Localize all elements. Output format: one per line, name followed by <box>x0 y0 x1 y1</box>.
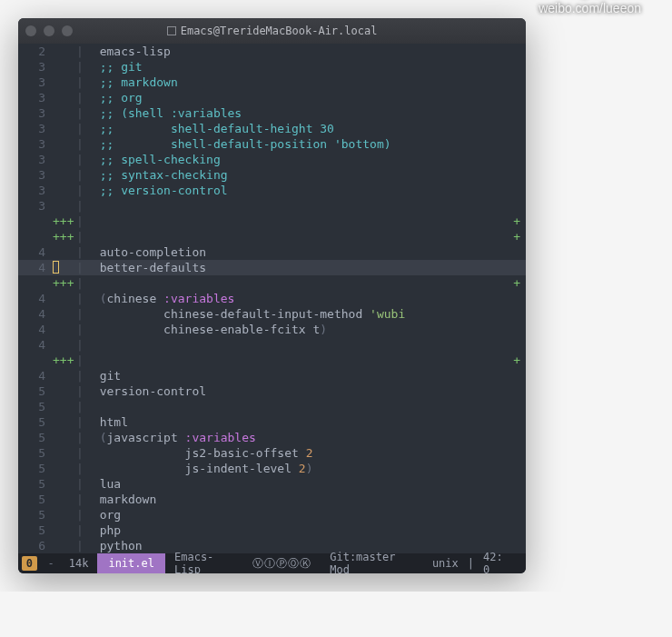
minimize-button[interactable] <box>44 25 54 36</box>
major-mode[interactable]: Emacs-Lisp <box>165 553 243 573</box>
code-line[interactable]: 3| ;; version-control <box>18 183 526 198</box>
code-line[interactable]: 3| ;; spell-checking <box>18 152 526 167</box>
line-number <box>18 275 51 291</box>
code-line[interactable]: 5| js-indent-level 2) <box>18 461 526 476</box>
code-content[interactable] <box>85 399 526 414</box>
code-line[interactable]: 3| ;; (shell :variables <box>18 105 526 121</box>
code-line[interactable]: 5| markdown <box>18 492 526 507</box>
code-line[interactable]: 5| lua <box>18 476 526 492</box>
code-content[interactable]: ;; git <box>85 59 526 75</box>
code-content[interactable]: php <box>85 523 526 538</box>
diff-gutter <box>51 445 76 461</box>
token: javascript <box>106 431 184 444</box>
code-line[interactable]: 4| auto-completion <box>18 244 526 260</box>
code-line[interactable]: 3| ;; shell-default-position 'bottom) <box>18 136 526 152</box>
token: chinese-default-input-method <box>100 307 370 321</box>
line-number: 4 <box>18 260 51 275</box>
gutter-separator: | <box>76 121 85 136</box>
code-content[interactable] <box>85 198 526 214</box>
code-content[interactable]: ;; syntax-checking <box>85 167 526 183</box>
code-line[interactable]: +++| + <box>18 353 526 368</box>
diff-gutter <box>51 75 76 90</box>
code-line[interactable]: +++| + <box>18 214 526 229</box>
code-line[interactable]: 5| version-control <box>18 383 526 399</box>
code-content[interactable] <box>85 337 526 353</box>
code-line[interactable]: 6| python <box>18 538 526 553</box>
editor-area[interactable]: 2| emacs-lisp3| ;; git3| ;; markdown3| ;… <box>18 44 526 553</box>
code-line[interactable]: 5| (javascript :variables <box>18 430 526 445</box>
code-content[interactable]: emacs-lisp <box>85 44 526 59</box>
code-content[interactable]: chinese-default-input-method 'wubi <box>85 306 526 322</box>
code-line[interactable]: 4| git <box>18 368 526 383</box>
code-content[interactable]: + <box>85 214 526 229</box>
token: python <box>100 539 143 552</box>
code-content[interactable]: html <box>85 414 526 430</box>
code-content[interactable]: python <box>85 538 526 553</box>
code-content[interactable]: + <box>85 275 526 291</box>
code-line[interactable]: 3| ;; org <box>18 90 526 105</box>
code-line[interactable]: 5| org <box>18 507 526 523</box>
code-line[interactable]: 5| js2-basic-offset 2 <box>18 445 526 461</box>
code-content[interactable]: + <box>85 353 526 368</box>
code-content[interactable]: git <box>85 368 526 383</box>
modeline[interactable]: 0 - 14k init.el Emacs-Lisp ⓋⒾⓅⓄⓀ Git:mas… <box>18 553 526 573</box>
code-content[interactable]: ;; shell-default-position 'bottom) <box>85 136 526 152</box>
code-line[interactable]: 3| <box>18 198 526 214</box>
code-line[interactable]: 3| ;; syntax-checking <box>18 167 526 183</box>
code-content[interactable]: (javascript :variables <box>85 430 526 445</box>
diff-gutter <box>51 322 76 337</box>
code-line[interactable]: 4| <box>18 337 526 353</box>
code-content[interactable]: better-defaults <box>85 260 526 275</box>
code-line[interactable]: +++| + <box>18 275 526 291</box>
encoding: unix <box>423 553 468 573</box>
code-content[interactable]: + <box>85 229 526 244</box>
code-line[interactable]: 4| better-defaults <box>18 260 526 275</box>
gutter-separator: | <box>76 414 85 430</box>
code-line[interactable]: 4| (chinese :variables <box>18 291 526 306</box>
code-line[interactable]: 3| ;; shell-default-height 30 <box>18 121 526 136</box>
gutter-separator: | <box>76 105 85 121</box>
code-content[interactable]: ;; version-control <box>85 183 526 198</box>
vc-status[interactable]: Git:master Mod <box>321 553 423 573</box>
diff-plus-end: + <box>513 229 520 244</box>
code-content[interactable]: js2-basic-offset 2 <box>85 445 526 461</box>
code-line[interactable]: 5| php <box>18 523 526 538</box>
code-content[interactable]: (chinese :variables <box>85 291 526 306</box>
gutter-separator: | <box>76 90 85 105</box>
code-line[interactable]: 3| ;; markdown <box>18 75 526 90</box>
code-line[interactable]: 5| html <box>18 414 526 430</box>
code-line[interactable]: 2| emacs-lisp <box>18 44 526 59</box>
close-button[interactable] <box>25 25 36 36</box>
code-content[interactable]: ;; markdown <box>85 75 526 90</box>
titlebar[interactable]: Emacs@TrerideMacBook-Air.local <box>18 18 526 44</box>
code-content[interactable]: ;; org <box>85 90 526 105</box>
code-line[interactable]: 4| chinese-enable-fcitx t) <box>18 322 526 337</box>
code-content[interactable]: markdown <box>85 492 526 507</box>
line-number: 5 <box>18 492 51 507</box>
code-content[interactable]: ;; spell-checking <box>85 152 526 167</box>
code-content[interactable]: js-indent-level 2) <box>85 461 526 476</box>
cursor-position: 42: 0 <box>474 553 522 573</box>
diff-gutter: +++ <box>51 353 76 368</box>
diff-gutter <box>51 538 76 553</box>
code-content[interactable]: ;; (shell :variables <box>85 105 526 121</box>
code-content[interactable]: version-control <box>85 383 526 399</box>
warning-badge[interactable]: 0 <box>22 556 37 571</box>
line-number: 5 <box>18 399 51 414</box>
code-line[interactable]: 3| ;; git <box>18 59 526 75</box>
code-content[interactable]: chinese-enable-fcitx t) <box>85 322 526 337</box>
gutter-separator: | <box>76 275 85 291</box>
buffer-name[interactable]: init.el <box>97 553 165 573</box>
code-content[interactable]: lua <box>85 476 526 492</box>
code-line[interactable]: 5| <box>18 399 526 414</box>
code-line[interactable]: 4| chinese-default-input-method 'wubi <box>18 306 526 322</box>
code-content[interactable]: org <box>85 507 526 523</box>
token: 2 <box>299 462 306 475</box>
zoom-button[interactable] <box>62 25 73 36</box>
document-icon <box>167 26 176 35</box>
code-line[interactable]: +++| + <box>18 229 526 244</box>
code-content[interactable]: ;; shell-default-height 30 <box>85 121 526 136</box>
code-content[interactable]: auto-completion <box>85 244 526 260</box>
token: ;; (shell :variables <box>100 106 242 120</box>
token: chinese-enable-fcitx t <box>100 323 321 336</box>
